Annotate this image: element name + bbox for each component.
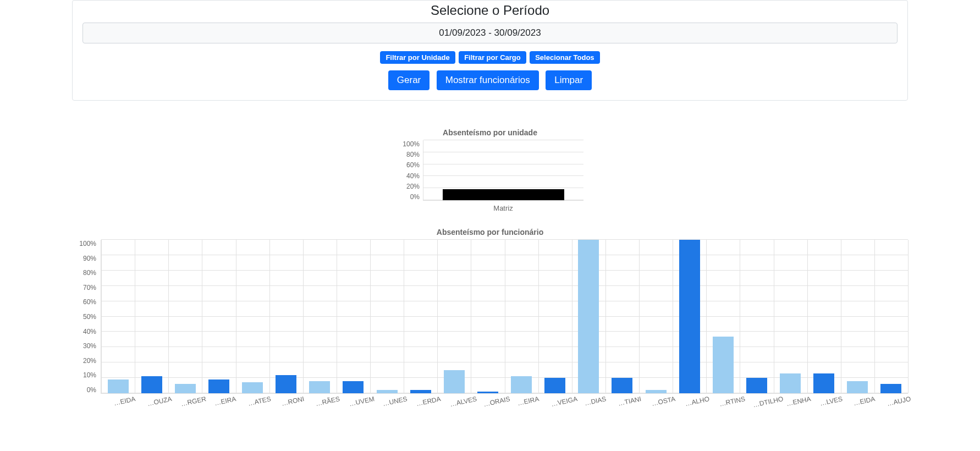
employee-bar [578,240,599,393]
employee-bar [780,373,801,393]
x-tick: …UVEM [348,395,375,407]
filter-role-button[interactable]: Filtrar por Cargo [459,51,526,64]
y-tick: 90% [72,255,96,262]
date-range-input[interactable] [82,23,898,43]
employee-bar [847,381,868,393]
y-tick: 30% [72,342,96,350]
select-all-button[interactable]: Selecionar Todos [530,51,599,64]
x-tick: …OUZA [146,395,172,407]
employee-chart-title: Absenteísmo por funcionário [72,228,908,237]
employee-bar [612,378,632,393]
x-tick: …ALHO [685,395,711,407]
y-tick: 40% [397,172,420,180]
x-tick: …EIRA [516,395,539,407]
x-tick: …ATES [247,395,272,407]
filter-buttons-row: Filtrar por Unidade Filtrar por Cargo Se… [82,51,898,64]
employee-bar [309,381,330,393]
employee-bar [175,384,196,393]
show-employees-button[interactable]: Mostrar funcionários [437,70,539,90]
employee-bar [444,370,465,393]
x-tick: …ORAIS [483,395,511,407]
unit-chart-plot [423,140,583,201]
x-tick: …ALVES [449,395,478,407]
x-tick: …EIRA [213,395,236,407]
y-tick: 80% [397,151,420,158]
y-tick: 20% [72,357,96,365]
filter-unit-button[interactable]: Filtrar por Unidade [380,51,455,64]
generate-button[interactable]: Gerar [388,70,430,90]
x-tick: …LVES [819,395,844,407]
employee-bar [679,240,700,393]
y-tick: 100% [397,140,420,148]
unit-chart-title: Absenteísmo por unidade [397,128,583,137]
employee-bar [646,390,667,393]
x-tick: …DTILHO [752,395,784,407]
y-tick: 0% [397,193,420,201]
x-tick: …VEIGA [550,395,578,407]
employee-bar [208,380,229,393]
y-tick: 10% [72,371,96,379]
x-tick: …RONI [281,395,305,407]
x-tick: …RÃES [315,395,340,407]
employee-bar [410,390,431,393]
employee-bar [141,376,162,393]
y-tick: 70% [72,284,96,292]
x-tick: …ENHA [785,395,811,407]
filter-panel: Selecione o Período Filtrar por Unidade … [72,0,908,101]
x-tick: …AUJO [887,395,912,407]
employee-chart-plot [101,240,908,394]
x-tick: …UNES [382,395,408,407]
employee-bar [377,390,398,393]
employee-bar [108,380,129,393]
y-tick: 0% [72,386,96,394]
employee-bar [477,392,498,393]
x-tick: …EIDA [853,395,876,407]
clear-button[interactable]: Limpar [546,70,592,90]
x-tick: …RGER [180,395,207,407]
y-tick: 20% [397,183,420,190]
employee-bar [343,381,364,393]
unit-chart-x-label: Matriz [397,204,583,212]
x-tick: …EIDA [113,395,136,407]
employee-bar [746,378,767,393]
unit-chart-y-axis: 100%80%60%40%20%0% [397,140,423,201]
y-tick: 80% [72,269,96,277]
unit-bar [443,189,564,200]
action-buttons-row: Gerar Mostrar funcionários Limpar [82,70,898,90]
y-tick: 60% [397,161,420,169]
y-tick: 60% [72,298,96,306]
y-tick: 100% [72,240,96,248]
employee-bar [276,375,296,393]
employee-bar [713,337,734,393]
employee-chart-y-axis: 100%90%80%70%60%50%40%30%20%10%0% [72,240,101,394]
x-tick: …DIAS [583,395,607,407]
x-tick: …ERDA [416,395,442,407]
y-tick: 40% [72,328,96,336]
employee-bar [242,382,263,393]
x-tick: …OSTA [651,395,676,407]
y-tick: 50% [72,313,96,321]
unit-chart: Absenteísmo por unidade 100%80%60%40%20%… [397,128,583,212]
employee-chart-x-axis: …EIDA…OUZA…RGER…EIRA…ATES…RONI…RÃES…UVEM… [101,394,908,407]
employee-bar [813,373,834,393]
employee-bar [511,376,532,393]
employee-chart: Absenteísmo por funcionário 100%90%80%70… [72,228,908,407]
employee-bar [544,378,565,393]
employee-bar [880,384,901,393]
period-title: Selecione o Período [82,3,898,18]
x-tick: …RTINS [718,395,746,407]
x-tick: …TIANI [618,395,642,407]
